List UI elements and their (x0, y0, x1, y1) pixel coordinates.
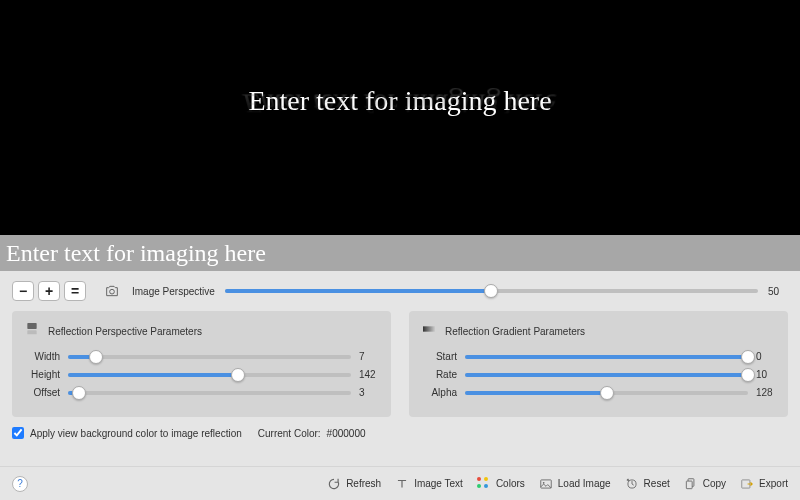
height-value: 142 (359, 369, 379, 380)
reflection-icon (24, 321, 40, 341)
zoom-in-button[interactable]: + (38, 281, 60, 301)
reflection-panel-title: Reflection Perspective Parameters (48, 326, 202, 337)
copy-icon (684, 477, 698, 491)
svg-point-0 (110, 289, 115, 294)
image-text-button[interactable]: Image Text (395, 477, 463, 491)
reflection-gradient-panel: Reflection Gradient Parameters Start 0 R… (409, 311, 788, 417)
width-label: Width (24, 351, 60, 362)
preview-canvas: Enter text for imaging here Enter text f… (0, 0, 800, 235)
perspective-slider[interactable] (225, 289, 758, 293)
export-button[interactable]: Export (740, 477, 788, 491)
svg-rect-1 (27, 323, 36, 329)
zoom-fit-button[interactable]: = (64, 281, 86, 301)
refresh-icon (327, 477, 341, 491)
image-icon (539, 477, 553, 491)
zoom-out-button[interactable]: − (12, 281, 34, 301)
alpha-label: Alpha (421, 387, 457, 398)
controls-area: − + = Image Perspective 50 Reflection Pe… (0, 271, 800, 449)
image-text-input[interactable] (6, 240, 794, 267)
apply-bg-text: Apply view background color to image ref… (30, 428, 242, 439)
start-label: Start (421, 351, 457, 362)
camera-icon[interactable] (102, 281, 122, 301)
preview-reflection: Enter text for imaging here (240, 87, 561, 119)
text-icon (395, 477, 409, 491)
refresh-button[interactable]: Refresh (327, 477, 381, 491)
current-color-value: #000000 (327, 428, 366, 439)
rate-slider[interactable] (465, 373, 748, 377)
colors-icon (477, 477, 491, 491)
apply-bg-checkbox[interactable] (12, 427, 24, 439)
gradient-icon (421, 321, 437, 341)
offset-label: Offset (24, 387, 60, 398)
apply-bg-row: Apply view background color to image ref… (12, 427, 788, 439)
svg-rect-3 (423, 326, 435, 331)
text-input-bar (0, 235, 800, 271)
reflection-perspective-panel: Reflection Perspective Parameters Width … (12, 311, 391, 417)
svg-rect-8 (686, 481, 692, 489)
copy-button[interactable]: Copy (684, 477, 726, 491)
offset-value: 3 (359, 387, 379, 398)
start-value: 0 (756, 351, 776, 362)
zoom-controls: − + = (12, 281, 86, 301)
width-value: 7 (359, 351, 379, 362)
reset-icon (625, 477, 639, 491)
colors-button[interactable]: Colors (477, 477, 525, 491)
reset-button[interactable]: Reset (625, 477, 670, 491)
top-controls-row: − + = Image Perspective 50 (12, 281, 788, 301)
bottom-toolbar: ? Refresh Image Text Colors Load Image R… (0, 466, 800, 500)
current-color-label: Current Color: (258, 428, 321, 439)
perspective-label: Image Perspective (132, 286, 215, 297)
alpha-slider[interactable] (465, 391, 748, 395)
svg-rect-2 (27, 330, 36, 334)
export-icon (740, 477, 754, 491)
alpha-value: 128 (756, 387, 776, 398)
start-slider[interactable] (465, 355, 748, 359)
offset-slider[interactable] (68, 391, 351, 395)
panels-row: Reflection Perspective Parameters Width … (12, 311, 788, 417)
load-image-button[interactable]: Load Image (539, 477, 611, 491)
gradient-panel-title: Reflection Gradient Parameters (445, 326, 585, 337)
height-slider[interactable] (68, 373, 351, 377)
apply-bg-checkbox-label[interactable]: Apply view background color to image ref… (12, 427, 242, 439)
height-label: Height (24, 369, 60, 380)
perspective-value: 50 (768, 286, 788, 297)
width-slider[interactable] (68, 355, 351, 359)
help-button[interactable]: ? (12, 476, 28, 492)
rate-value: 10 (756, 369, 776, 380)
rate-label: Rate (421, 369, 457, 380)
